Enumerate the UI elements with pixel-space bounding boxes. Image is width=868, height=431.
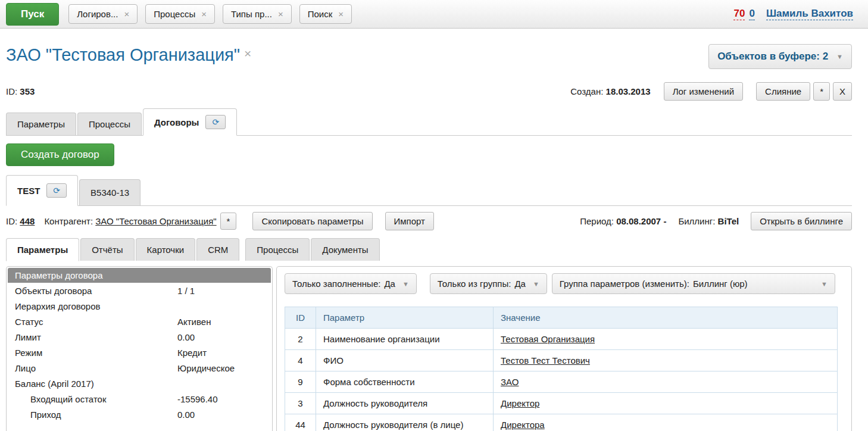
- param-row: Лицо Юридическое: [7, 360, 272, 376]
- contract-id-value[interactable]: 448: [20, 216, 35, 226]
- counter-blue-link[interactable]: 0: [749, 8, 754, 20]
- param-value-link[interactable]: Директора: [501, 420, 545, 430]
- column-header-value: Значение: [494, 307, 838, 329]
- object-id-label: ID:: [6, 86, 17, 96]
- param-value-link[interactable]: ЗАО: [501, 377, 519, 387]
- param-label: Приход: [15, 410, 177, 420]
- user-link[interactable]: Шамиль Вахитов: [766, 8, 853, 20]
- dropdown-value: Да: [514, 279, 526, 289]
- billing-pair: Биллинг: BiTel: [678, 216, 739, 226]
- meta-row: ID: 353 Создан: 18.03.2013 Лог изменений…: [6, 82, 852, 101]
- tab-parameters[interactable]: Параметры: [6, 113, 76, 135]
- param-label: Входящий остаток: [15, 394, 177, 404]
- topbar-tab-label: Типы пр...: [231, 9, 272, 19]
- dropdown-value: Да: [384, 279, 395, 289]
- tab-label: Карточки: [147, 245, 185, 255]
- close-icon[interactable]: ×: [201, 9, 207, 19]
- star-button[interactable]: *: [813, 82, 830, 101]
- created-label: Создан:: [570, 86, 603, 96]
- start-button[interactable]: Пуск: [6, 3, 59, 26]
- param-label: Режим: [15, 348, 177, 358]
- param-row: Статус Активен: [7, 314, 272, 329]
- topbar-tab-types[interactable]: Типы пр... ×: [223, 4, 292, 24]
- param-value-link[interactable]: Директор: [501, 398, 539, 408]
- param-label: Лицо: [15, 363, 177, 373]
- param-row: Входящий остаток -15596.40: [7, 391, 272, 407]
- tab-contracts[interactable]: Договоры ⟳: [143, 108, 237, 136]
- tab-label: Процессы: [257, 245, 298, 255]
- topbar-tab-label: Процессы: [154, 9, 195, 19]
- create-contract-button[interactable]: Создать договор: [6, 143, 114, 166]
- section-tab-reports[interactable]: Отчёты: [80, 238, 134, 261]
- section-tab-processes[interactable]: Процессы: [245, 238, 310, 261]
- contragent-link[interactable]: ЗАО "Тестовая Организация": [95, 216, 216, 226]
- contract-info-row: ID: 448 Контрагент: ЗАО "Тестовая Органи…: [6, 212, 852, 230]
- dropdown-label: Только из группы:: [438, 279, 511, 289]
- change-log-button[interactable]: Лог изменений: [664, 82, 743, 101]
- close-icon[interactable]: ×: [124, 9, 129, 19]
- cell-id: 2: [285, 329, 316, 350]
- tab-label: TEST: [17, 186, 40, 196]
- param-label: Статус: [15, 317, 177, 327]
- section-tab-documents[interactable]: Документы: [311, 238, 379, 261]
- topbar-tabs: Логиров... × Процессы × Типы пр... × Пои…: [68, 4, 352, 24]
- param-row: Иерархия договоров: [7, 298, 272, 314]
- import-button[interactable]: Импорт: [385, 212, 434, 230]
- tab-label: Параметры: [17, 245, 68, 255]
- topbar: Пуск Логиров... × Процессы × Типы пр... …: [0, 0, 868, 29]
- column-header-id: ID: [285, 307, 316, 329]
- chevron-down-icon: ▼: [836, 53, 843, 60]
- section-tab-crm[interactable]: CRM: [196, 238, 239, 261]
- chevron-down-icon: ▼: [533, 280, 539, 288]
- copy-parameters-button[interactable]: Скопировать параметры: [252, 212, 372, 230]
- param-value: Юридическое: [177, 363, 235, 373]
- main-tabs: Параметры Процессы Договоры ⟳: [6, 108, 852, 136]
- topbar-tab-processes[interactable]: Процессы ×: [145, 4, 215, 24]
- topbar-tab-logging[interactable]: Логиров... ×: [68, 4, 138, 24]
- param-row: Лимит 0.00: [7, 329, 272, 345]
- topbar-tab-label: Поиск: [308, 9, 333, 19]
- contract-id-label: ID:: [6, 216, 17, 226]
- param-group-dropdown[interactable]: Группа параметров (изменить): Биллинг (ю…: [552, 273, 835, 294]
- buffer-dropdown[interactable]: Объектов в буфере: 2 ▼: [708, 44, 852, 69]
- open-in-billing-button[interactable]: Открыть в биллинге: [751, 212, 852, 230]
- title-row: ЗАО "Тестовая Организация" × Объектов в …: [6, 44, 852, 69]
- group-only-dropdown[interactable]: Только из группы: Да ▼: [430, 273, 547, 294]
- table-row: 9 Форма собственности ЗАО: [285, 371, 838, 393]
- refresh-icon[interactable]: ⟳: [46, 183, 67, 198]
- close-icon[interactable]: ×: [338, 9, 344, 19]
- period-value: 08.08.2007 -: [616, 216, 666, 226]
- chevron-down-icon: ▼: [821, 280, 828, 288]
- contract-tabs: TEST ⟳ B5340-13: [6, 175, 852, 206]
- star-button[interactable]: *: [220, 213, 237, 230]
- close-object-button[interactable]: X: [833, 82, 852, 101]
- refresh-icon[interactable]: ⟳: [205, 115, 226, 129]
- close-icon[interactable]: ×: [244, 46, 251, 61]
- tab-processes[interactable]: Процессы: [77, 113, 142, 135]
- tab-label: B5340-13: [90, 188, 129, 198]
- contract-tab-test[interactable]: TEST ⟳: [6, 175, 78, 206]
- filled-only-dropdown[interactable]: Только заполненные: Да ▼: [285, 273, 417, 294]
- section-tab-cards[interactable]: Карточки: [136, 238, 196, 261]
- page: ЗАО "Тестовая Организация" × Объектов в …: [0, 44, 868, 431]
- param-value-link[interactable]: Тестов Тест Тестович: [501, 355, 590, 366]
- cell-id: 44: [285, 414, 316, 431]
- topbar-tab-search[interactable]: Поиск ×: [299, 4, 352, 24]
- merge-button[interactable]: Слияние: [756, 82, 810, 101]
- section-tab-parameters[interactable]: Параметры: [6, 238, 79, 261]
- param-row: Баланс (April 2017): [7, 376, 272, 391]
- period-label: Период:: [580, 216, 614, 226]
- cell-param: Должность руководителя (в лице): [316, 414, 494, 431]
- param-value-link[interactable]: Тестовая Организация: [501, 334, 595, 344]
- counter-red-link[interactable]: 70: [733, 8, 745, 20]
- contract-tab-b5340[interactable]: B5340-13: [79, 179, 140, 205]
- chevron-down-icon: ▼: [402, 280, 409, 288]
- object-id-value: 353: [20, 86, 35, 96]
- table-header-row: ID Параметр Значение: [285, 307, 838, 329]
- param-value: 0.00: [177, 332, 195, 342]
- parameters-panel: Только заполненные: Да ▼ Только из групп…: [276, 266, 852, 431]
- contragent-label: Контрагент:: [44, 216, 93, 226]
- param-value: Активен: [177, 317, 211, 327]
- close-icon[interactable]: ×: [278, 9, 283, 19]
- cell-value: Тестов Тест Тестович: [494, 350, 838, 371]
